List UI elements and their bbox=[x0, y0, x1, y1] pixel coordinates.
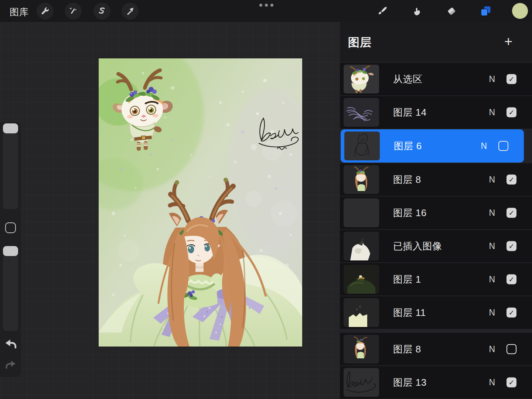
layer-name: 图层 13 bbox=[393, 376, 427, 389]
visibility-checkbox[interactable] bbox=[507, 241, 516, 251]
layer-name: 图层 11 bbox=[393, 306, 426, 319]
canvas-workspace[interactable]: 图层 + bbox=[0, 22, 532, 399]
layer-name: 图层 16 bbox=[393, 207, 427, 219]
top-toolbar: 图库 bbox=[0, 0, 532, 22]
modify-button[interactable] bbox=[5, 222, 16, 233]
layer-row-selected[interactable]: 图层 6 N bbox=[341, 129, 524, 163]
layer-name: 已插入图像 bbox=[393, 240, 442, 253]
layer-row[interactable]: 图层 1 N bbox=[340, 263, 532, 296]
layers-icon[interactable] bbox=[477, 3, 494, 20]
layers-panel-header: 图层 + bbox=[340, 22, 532, 62]
visibility-checkbox[interactable] bbox=[507, 378, 516, 388]
blend-mode-badge[interactable]: N bbox=[489, 175, 495, 185]
selection-icon[interactable] bbox=[93, 3, 110, 20]
layer-thumbnail[interactable] bbox=[344, 298, 379, 327]
layer-row[interactable]: 图层 8 N bbox=[340, 333, 532, 365]
layer-name: 图层 8 bbox=[393, 173, 421, 186]
layer-row[interactable]: 从选区 N bbox=[340, 63, 532, 95]
layer-thumbnail[interactable] bbox=[344, 132, 380, 160]
gallery-button[interactable]: 图库 bbox=[10, 6, 29, 18]
layer-name: 图层 8 bbox=[393, 343, 421, 356]
visibility-checkbox[interactable] bbox=[507, 208, 516, 218]
layer-name: 图层 1 bbox=[393, 273, 421, 286]
layer-name: 图层 6 bbox=[394, 140, 422, 153]
brush-icon[interactable] bbox=[374, 3, 391, 20]
blend-mode-badge[interactable]: N bbox=[489, 378, 495, 388]
layers-list: 从选区 N bbox=[340, 63, 532, 399]
blend-mode-badge[interactable]: N bbox=[489, 74, 495, 84]
blend-mode-badge[interactable]: N bbox=[489, 108, 495, 117]
layers-panel-title: 图层 bbox=[348, 35, 372, 50]
layer-row[interactable]: 图层 13 N bbox=[340, 366, 532, 399]
layer-row[interactable]: 图层 14 N bbox=[340, 96, 532, 129]
more-options-icon[interactable] bbox=[258, 3, 275, 7]
redo-button[interactable] bbox=[5, 359, 17, 371]
transform-arrow-icon[interactable] bbox=[122, 3, 139, 20]
side-toolbar bbox=[0, 122, 21, 377]
visibility-checkbox[interactable] bbox=[498, 141, 508, 151]
layer-thumbnail[interactable] bbox=[344, 65, 379, 93]
color-swatch[interactable] bbox=[512, 3, 528, 19]
brush-size-slider[interactable] bbox=[3, 123, 18, 209]
actions-wrench-icon[interactable] bbox=[37, 3, 54, 20]
layers-panel: 图层 + bbox=[340, 22, 532, 399]
opacity-slider[interactable] bbox=[3, 246, 18, 331]
blend-mode-badge[interactable]: N bbox=[489, 274, 495, 284]
blend-mode-badge[interactable]: N bbox=[489, 344, 495, 354]
brush-size-handle[interactable] bbox=[3, 123, 18, 133]
layer-row[interactable]: 图层 8 N bbox=[340, 163, 532, 196]
add-layer-button[interactable]: + bbox=[502, 35, 515, 49]
visibility-checkbox[interactable] bbox=[507, 308, 516, 318]
layer-thumbnail[interactable] bbox=[344, 368, 379, 397]
visibility-checkbox[interactable] bbox=[507, 274, 516, 284]
layer-name: 图层 14 bbox=[393, 106, 427, 119]
visibility-checkbox[interactable] bbox=[507, 175, 516, 185]
adjustments-wand-icon[interactable] bbox=[65, 3, 82, 20]
visibility-checkbox[interactable] bbox=[507, 344, 516, 354]
layer-name: 从选区 bbox=[393, 73, 423, 86]
smudge-icon[interactable] bbox=[408, 3, 425, 20]
layer-thumbnail[interactable] bbox=[344, 98, 379, 127]
layer-thumbnail[interactable] bbox=[344, 265, 379, 294]
blend-mode-badge[interactable]: N bbox=[481, 141, 487, 151]
layer-row[interactable]: 已插入图像 N bbox=[340, 230, 532, 262]
blend-mode-badge[interactable]: N bbox=[489, 241, 495, 251]
blend-mode-badge[interactable]: N bbox=[489, 208, 495, 218]
opacity-handle[interactable] bbox=[3, 246, 18, 256]
visibility-checkbox[interactable] bbox=[507, 74, 516, 84]
layer-thumbnail[interactable] bbox=[344, 165, 379, 194]
blend-mode-badge[interactable]: N bbox=[489, 308, 495, 318]
drawing-canvas[interactable] bbox=[99, 58, 302, 347]
layer-thumbnail[interactable] bbox=[344, 198, 379, 227]
eraser-icon[interactable] bbox=[443, 3, 460, 20]
layer-thumbnail[interactable] bbox=[344, 232, 379, 260]
undo-button[interactable] bbox=[4, 338, 17, 351]
layer-row[interactable]: 图层 16 N bbox=[340, 197, 532, 229]
layer-row[interactable]: 图层 11 N bbox=[340, 296, 532, 329]
visibility-checkbox[interactable] bbox=[507, 108, 516, 117]
layer-thumbnail[interactable] bbox=[344, 335, 379, 364]
